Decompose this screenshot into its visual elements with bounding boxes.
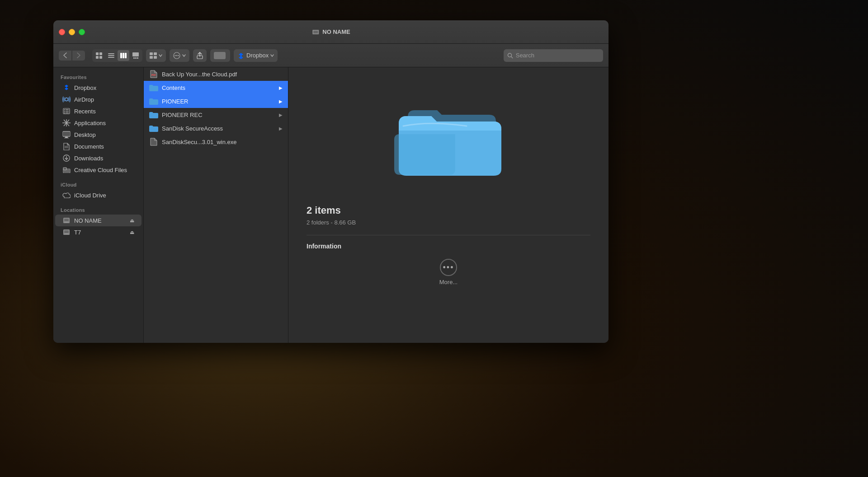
sidebar-item-dropbox[interactable]: Dropbox: [55, 82, 142, 94]
file-name-sandisk-secureaccess: SanDisk SecureAccess: [162, 125, 275, 132]
sidebar-item-no-name[interactable]: NO NAME ⏏: [55, 215, 142, 226]
svg-rect-44: [64, 138, 69, 138]
group-button-main[interactable]: [146, 52, 166, 59]
actions-button[interactable]: [170, 49, 189, 62]
file-item-pioneer[interactable]: PIONEER ▶: [144, 94, 288, 108]
search-input[interactable]: [516, 52, 599, 59]
svg-rect-13: [133, 57, 135, 59]
svg-rect-34: [66, 111, 69, 112]
sidebar-label-no-name: NO NAME: [74, 217, 126, 224]
preview-info: 2 items 2 folders - 8.66 GB Information …: [297, 205, 599, 285]
file-item-sandisk-secureaccess[interactable]: SanDisk SecureAccess ▶: [144, 122, 288, 135]
no-name-eject-icon[interactable]: ⏏: [130, 218, 134, 224]
sidebar-item-recents[interactable]: Recents: [55, 105, 142, 117]
minimize-button[interactable]: [69, 29, 75, 35]
actions-button-main[interactable]: [170, 52, 189, 59]
file-item-pioneer-rec[interactable]: PIONEER REC ▶: [144, 108, 288, 122]
sidebar-label-airdrop: AirDrop: [74, 96, 94, 103]
sidebar-item-t7[interactable]: T7 ⏏: [55, 226, 142, 238]
svg-rect-25: [214, 52, 226, 59]
svg-rect-54: [65, 222, 68, 222]
sidebar-label-applications: Applications: [74, 120, 106, 126]
svg-rect-35: [64, 112, 65, 113]
svg-line-28: [511, 56, 513, 58]
view-column-button[interactable]: [118, 50, 129, 61]
sidebar: Favourites Dropbox: [53, 67, 144, 343]
sidebar-label-t7: T7: [74, 229, 126, 236]
pdf-icon: PDF: [149, 70, 158, 79]
svg-point-26: [241, 55, 242, 56]
search-icon: [507, 52, 513, 59]
finder-window: NO NAME: [53, 20, 609, 343]
svg-rect-51: [63, 168, 66, 170]
svg-point-23: [178, 55, 179, 56]
svg-rect-2: [96, 52, 99, 55]
svg-rect-4: [96, 56, 99, 59]
sidebar-item-airdrop[interactable]: AirDrop: [55, 94, 142, 105]
sidebar-label-recents: Recents: [74, 108, 96, 115]
view-gallery-button[interactable]: [130, 50, 142, 61]
view-icon-button[interactable]: [93, 50, 105, 61]
dropbox-sidebar-icon: [62, 84, 71, 92]
sidebar-item-creative-cloud[interactable]: Creative Cloud Files: [55, 164, 142, 176]
sidebar-item-applications[interactable]: Applications: [55, 117, 142, 129]
recents-icon: [62, 107, 71, 115]
t7-eject-icon[interactable]: ⏏: [130, 229, 134, 235]
svg-rect-19: [154, 56, 157, 59]
sidebar-item-desktop[interactable]: Desktop: [55, 129, 142, 140]
drive-icon: [311, 29, 320, 35]
svg-rect-9: [120, 53, 122, 58]
preview-items-count: 2 items: [307, 205, 590, 216]
folder-icon-pioneer: [149, 97, 158, 106]
group-button[interactable]: [146, 49, 166, 62]
folder-icon-sandisk: [149, 124, 158, 133]
forward-button[interactable]: [72, 51, 85, 61]
exe-icon: [149, 137, 158, 146]
sidebar-item-documents[interactable]: Documents: [55, 140, 142, 152]
back-button[interactable]: [59, 51, 71, 61]
sidebar-item-icloud-drive[interactable]: iCloud Drive: [55, 189, 142, 201]
traffic-lights: [59, 29, 85, 35]
airdrop-icon: [62, 95, 71, 103]
sidebar-section-icloud: iCloud: [53, 179, 143, 189]
sidebar-label-creative-cloud: Creative Cloud Files: [74, 167, 127, 173]
file-name-pioneer: PIONEER: [162, 98, 275, 105]
sidebar-section-locations: Locations: [53, 205, 143, 215]
sidebar-label-downloads: Downloads: [74, 155, 103, 162]
dropbox-label: Dropbox: [246, 52, 269, 59]
sidebar-label-documents: Documents: [74, 143, 104, 150]
svg-rect-10: [123, 53, 124, 58]
svg-rect-6: [108, 53, 114, 54]
t7-drive-icon: [62, 228, 71, 236]
file-item-sandisk-exe[interactable]: SanDiskSecu...3.01_win.exe: [144, 135, 288, 149]
svg-rect-12: [132, 52, 139, 56]
title-bar: NO NAME: [53, 20, 609, 44]
svg-rect-5: [99, 56, 102, 59]
view-mode-buttons: [92, 49, 142, 62]
svg-text:PDF: PDF: [151, 74, 156, 76]
svg-rect-31: [64, 109, 65, 110]
sidebar-item-downloads[interactable]: Downloads: [55, 152, 142, 164]
desktop: NO NAME: [0, 0, 868, 477]
file-item-contents[interactable]: Contents ▶: [144, 81, 288, 94]
more-button[interactable]: ••• More...: [307, 259, 590, 285]
view-list-button[interactable]: [105, 50, 117, 61]
file-panel: PDF Back Up Your...the Cloud.pdf Content…: [144, 67, 288, 343]
file-item-backup-pdf[interactable]: PDF Back Up Your...the Cloud.pdf: [144, 67, 288, 81]
more-dots-icon: •••: [440, 259, 457, 276]
pioneer-rec-arrow: ▶: [279, 112, 283, 117]
svg-rect-16: [150, 52, 153, 55]
dropbox-button[interactable]: Dropbox: [234, 49, 278, 62]
tag-button[interactable]: [210, 49, 230, 62]
file-name-sandisk-exe: SanDiskSecu...3.01_win.exe: [162, 139, 283, 145]
preview-panel: 2 items 2 folders - 8.66 GB Information …: [288, 67, 609, 343]
window-title: NO NAME: [322, 28, 350, 35]
no-name-drive-icon: [62, 216, 71, 224]
maximize-button[interactable]: [79, 29, 85, 35]
share-button[interactable]: [193, 49, 207, 62]
file-name-pioneer-rec: PIONEER REC: [162, 112, 275, 118]
search-bar[interactable]: [504, 49, 603, 62]
sidebar-section-favourites: Favourites: [53, 72, 143, 82]
close-button[interactable]: [59, 29, 65, 35]
svg-rect-11: [125, 53, 127, 58]
